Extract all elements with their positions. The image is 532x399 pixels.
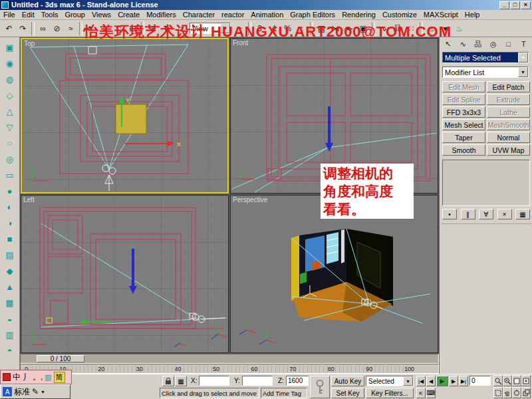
reference-coordinate-system-dropdown[interactable]: View ▼	[190, 23, 231, 34]
reactor-tool-icon[interactable]: ▤	[2, 247, 18, 263]
zoom-extents-all-button[interactable]	[521, 375, 531, 386]
show-end-result-icon[interactable]: ∥	[461, 209, 475, 219]
min-max-toggle-button[interactable]	[521, 387, 531, 398]
ffd-3x3x3-button[interactable]: FFD 3x3x3	[442, 106, 485, 118]
tab-display-icon[interactable]: □	[503, 39, 514, 49]
curve-editor-icon[interactable]: ∿	[376, 22, 390, 35]
select-manipulate-icon[interactable]: +	[233, 22, 247, 35]
maximize-button[interactable]: □	[510, 1, 520, 9]
layer-manager-icon[interactable]: ▣	[356, 22, 370, 35]
select-scale-icon[interactable]: ▱	[174, 22, 188, 35]
remove-modifier-icon[interactable]: ×	[497, 209, 512, 219]
redo-icon[interactable]: ↷	[16, 22, 30, 35]
reactor-tool-icon[interactable]: ◐	[2, 200, 18, 215]
viewport-top[interactable]: Y X Top	[21, 38, 229, 194]
reactor-tool-icon[interactable]: ▽	[2, 120, 18, 135]
reactor-tool-icon[interactable]: ○	[2, 136, 18, 151]
select-object-icon[interactable]: ↖	[84, 22, 98, 35]
y-coordinate-input[interactable]	[242, 376, 273, 386]
edit-spline-button[interactable]: Edit Spline	[442, 94, 485, 105]
menu-file[interactable]: File	[0, 10, 19, 19]
spinner-snap-icon[interactable]: ↕	[295, 22, 309, 35]
menu-customize[interactable]: Customize	[379, 10, 420, 19]
play-button[interactable]: ▶	[436, 376, 448, 386]
tab-motion-icon[interactable]: ◎	[487, 39, 499, 49]
normal-button[interactable]: Normal	[487, 132, 530, 143]
reactor-tool-icon[interactable]: ▭	[2, 168, 18, 183]
ime-punctuation-toggle[interactable]: 。,	[33, 372, 43, 383]
uvw-map-button[interactable]: UVW Map	[487, 144, 530, 156]
menu-character[interactable]: Character	[180, 10, 218, 19]
time-slider-handle[interactable]: 0 / 100	[37, 355, 84, 362]
zoom-all-button[interactable]	[503, 375, 512, 386]
ime-mode-icon[interactable]	[3, 373, 11, 381]
undo-icon[interactable]: ↶	[2, 22, 16, 35]
extrude-button[interactable]: Extrude	[487, 94, 530, 105]
minimize-button[interactable]: _	[499, 1, 509, 9]
zoom-extents-button[interactable]	[512, 375, 521, 386]
ime-language-mode[interactable]: 中	[13, 372, 21, 383]
material-editor-icon[interactable]: ∷	[404, 22, 418, 35]
modifier-list-dropdown[interactable]: Modifier List ▼	[442, 66, 529, 78]
window-crossing-icon[interactable]: ⊞	[126, 22, 140, 35]
chevron-down-icon[interactable]: ▼	[403, 376, 413, 386]
set-keys-button[interactable]	[310, 376, 330, 398]
chevron-down-icon[interactable]: ▼	[41, 390, 45, 394]
key-filters-button[interactable]: Key Filters...	[366, 388, 414, 398]
named-selection-sets-icon[interactable]: ▤	[315, 22, 329, 35]
menu-create[interactable]: Create	[114, 10, 143, 19]
language-bar-icon[interactable]: A	[3, 387, 12, 396]
reactor-tool-icon[interactable]: △	[2, 104, 18, 119]
edit-mesh-button[interactable]: Edit Mesh	[442, 81, 485, 92]
schematic-view-icon[interactable]: 品	[390, 22, 404, 35]
chevron-down-icon[interactable]: ▼	[518, 53, 528, 63]
bind-spacewarp-icon[interactable]: ≈	[64, 22, 78, 35]
reactor-tool-icon[interactable]: ◓	[2, 343, 18, 358]
select-move-icon[interactable]: ⊕	[146, 22, 160, 35]
close-button[interactable]: ×	[521, 1, 531, 9]
key-mode-toggle[interactable]: K	[416, 388, 426, 398]
selection-name-field[interactable]: Multiple Selected ▼	[442, 52, 529, 63]
previous-frame-button[interactable]: ◀	[426, 376, 436, 386]
pan-button[interactable]	[503, 387, 512, 398]
menu-help[interactable]: Help	[462, 10, 483, 19]
align-icon[interactable]: ⇤	[342, 22, 356, 35]
render-type-icon[interactable]: ▾	[438, 22, 452, 35]
arc-rotate-button[interactable]	[512, 387, 521, 398]
make-unique-icon[interactable]: ∀	[479, 209, 493, 219]
menu-rendering[interactable]: Rendering	[338, 10, 379, 19]
viewport-left[interactable]: Left	[21, 195, 229, 353]
smooth-button[interactable]: Smooth	[442, 144, 485, 156]
render-scene-icon[interactable]: ♨	[424, 22, 438, 35]
reactor-tool-icon[interactable]: ▥	[2, 327, 18, 342]
zoom-button[interactable]	[493, 375, 503, 386]
menu-animation[interactable]: Animation	[247, 10, 287, 19]
unlink-icon[interactable]: ⊘	[50, 22, 64, 35]
add-time-tag[interactable]: Add Time Tag	[261, 388, 307, 398]
mirror-icon[interactable]: ⋈	[329, 22, 342, 35]
next-frame-button[interactable]: ▶	[449, 376, 458, 386]
reactor-tool-icon[interactable]: ▦	[2, 295, 18, 311]
menu-maxscript[interactable]: MAXScript	[420, 10, 462, 19]
mesh-select-button[interactable]: Mesh Select	[442, 119, 485, 130]
reactor-tool-icon[interactable]: ▲	[2, 279, 18, 295]
language-bar[interactable]: A 标准 ✎ ▼	[0, 384, 70, 399]
x-coordinate-input[interactable]	[199, 376, 229, 386]
reactor-tool-icon[interactable]: ◒	[2, 311, 18, 327]
reactor-tool-icon[interactable]: ◑	[2, 215, 18, 231]
modifier-stack-list[interactable]	[442, 160, 530, 206]
go-to-start-button[interactable]: |◀	[416, 376, 426, 386]
reactor-tool-icon[interactable]: ◉	[2, 56, 18, 71]
edit-patch-button[interactable]: Edit Patch	[487, 81, 530, 92]
select-link-icon[interactable]: ∞	[36, 22, 50, 35]
taper-button[interactable]: Taper	[442, 132, 485, 143]
select-by-name-icon[interactable]: ≡	[98, 22, 112, 35]
menu-tools[interactable]: Tools	[38, 10, 62, 19]
configure-modifier-sets-icon[interactable]: ▦	[515, 209, 530, 219]
pin-stack-icon[interactable]: •	[442, 209, 457, 219]
menu-group[interactable]: Group	[61, 10, 88, 19]
track-bar[interactable]: 0 10 20 30 40 50 60 70 80 90 100	[20, 364, 439, 374]
reactor-tool-icon[interactable]: ◍	[2, 72, 18, 87]
meshsmooth-button[interactable]: MeshSmooth	[487, 119, 530, 130]
menu-reactor[interactable]: reactor	[218, 10, 247, 19]
